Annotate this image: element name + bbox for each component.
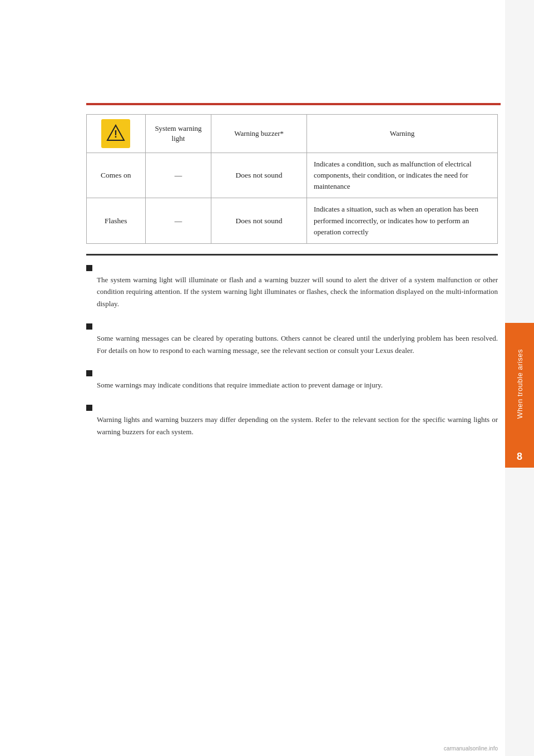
- separator-line: [86, 254, 498, 256]
- row2-light-status: Flashes: [87, 198, 146, 243]
- section-body-4: Warning lights and warning buzzers may d…: [97, 414, 498, 438]
- section-body-3: Some warnings may indicate conditions th…: [97, 379, 498, 391]
- section-header-3: [86, 369, 498, 376]
- table-row: Flashes — Does not sound Indicates a sit…: [87, 198, 498, 243]
- table-header-system-warning: System warning light: [145, 115, 211, 153]
- row1-buzzer-sound: Does not sound: [211, 153, 307, 198]
- right-sidebar: When trouble arises 8: [505, 0, 534, 756]
- section-body-1: The system warning light will illuminate…: [97, 274, 498, 310]
- watermark: carmanualsonline.info: [444, 745, 498, 752]
- bullet-square-3: [86, 370, 92, 376]
- bullet-square-1: [86, 265, 92, 271]
- table-header-warning: Warning: [306, 115, 497, 153]
- section-block-3: Some warnings may indicate conditions th…: [86, 369, 498, 391]
- chapter-tab: When trouble arises: [505, 323, 534, 445]
- row2-warning-text: Indicates a situation, such as when an o…: [306, 198, 497, 243]
- warning-icon-box: !: [101, 119, 130, 148]
- table-header-buzzer: Warning buzzer*: [211, 115, 307, 153]
- bullet-square-4: [86, 405, 92, 411]
- section-block-4: Warning lights and warning buzzers may d…: [86, 403, 498, 438]
- body-sections: The system warning light will illuminate…: [86, 263, 498, 438]
- page-number: 8: [517, 451, 522, 463]
- table-row: Comes on — Does not sound Indicates a co…: [87, 153, 498, 198]
- section-header-2: [86, 322, 498, 330]
- section-block-2: Some warning messages can be cleared by …: [86, 322, 498, 356]
- chapter-label: When trouble arises: [516, 349, 524, 419]
- bullet-square-2: [86, 323, 92, 330]
- table-header-icon: !: [87, 115, 146, 153]
- row2-buzzer-sound: Does not sound: [211, 198, 307, 243]
- warning-label: Warning: [390, 129, 414, 138]
- row1-warning-text: Indicates a condition, such as malfuncti…: [306, 153, 497, 198]
- section-body-2: Some warning messages can be cleared by …: [97, 332, 498, 356]
- section-header-4: [86, 403, 498, 411]
- section-header-1: [86, 263, 498, 271]
- section-block-1: The system warning light will illuminate…: [86, 263, 498, 310]
- warning-buzzer-label: Warning buzzer*: [234, 129, 284, 138]
- system-warning-light-label: System warning light: [155, 124, 201, 143]
- row1-buzzer-dash: —: [145, 153, 211, 198]
- main-content: ! System warning light Warning buzzer* W…: [86, 109, 498, 734]
- row2-buzzer-dash: —: [145, 198, 211, 243]
- row1-light-status: Comes on: [87, 153, 146, 198]
- page-number-badge: 8: [505, 445, 534, 468]
- svg-text:!: !: [114, 129, 117, 140]
- warning-triangle-icon: !: [106, 124, 126, 144]
- top-accent-line: [86, 103, 501, 105]
- warning-table: ! System warning light Warning buzzer* W…: [86, 114, 498, 244]
